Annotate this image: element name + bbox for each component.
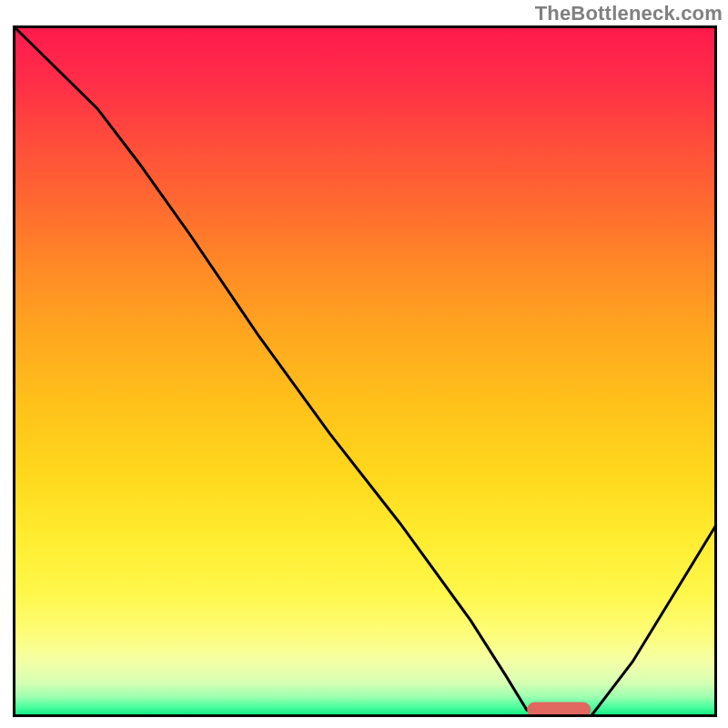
chart-container: TheBottleneck.com [0,0,728,728]
curve-line [13,25,717,717]
plot-area [13,25,717,717]
optimal-range-marker [527,703,591,718]
bottleneck-curve [13,25,717,717]
attribution-text: TheBottleneck.com [535,2,723,25]
